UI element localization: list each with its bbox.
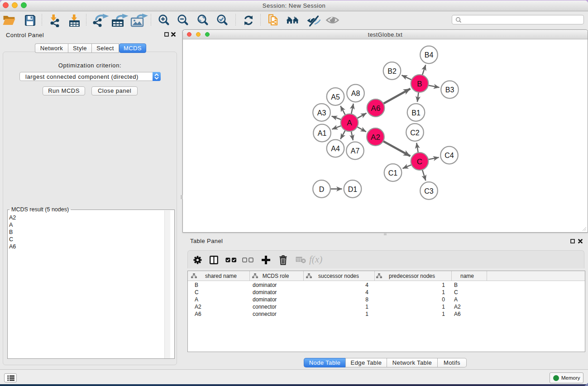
svg-text:A1: A1 [318, 129, 327, 137]
svg-text:C: C [417, 157, 422, 166]
svg-text:B: B [417, 80, 422, 88]
svg-text:A4: A4 [331, 145, 340, 152]
svg-text:A8: A8 [351, 90, 360, 97]
svg-text:A3: A3 [317, 109, 326, 117]
svg-text:D1: D1 [348, 186, 358, 193]
svg-text:C4: C4 [445, 152, 454, 159]
svg-text:A: A [347, 119, 352, 127]
svg-text:A7: A7 [351, 147, 360, 155]
svg-text:C3: C3 [424, 187, 434, 195]
svg-text:C2: C2 [410, 129, 420, 137]
svg-text:B1: B1 [411, 109, 421, 117]
svg-text:D: D [319, 186, 325, 193]
svg-text:A6: A6 [371, 104, 381, 113]
svg-text:C1: C1 [388, 169, 398, 177]
svg-text:A2: A2 [371, 133, 380, 142]
svg-text:B4: B4 [425, 51, 434, 59]
svg-text:B3: B3 [445, 86, 454, 94]
svg-text:A5: A5 [331, 93, 340, 101]
svg-text:B2: B2 [387, 67, 397, 75]
